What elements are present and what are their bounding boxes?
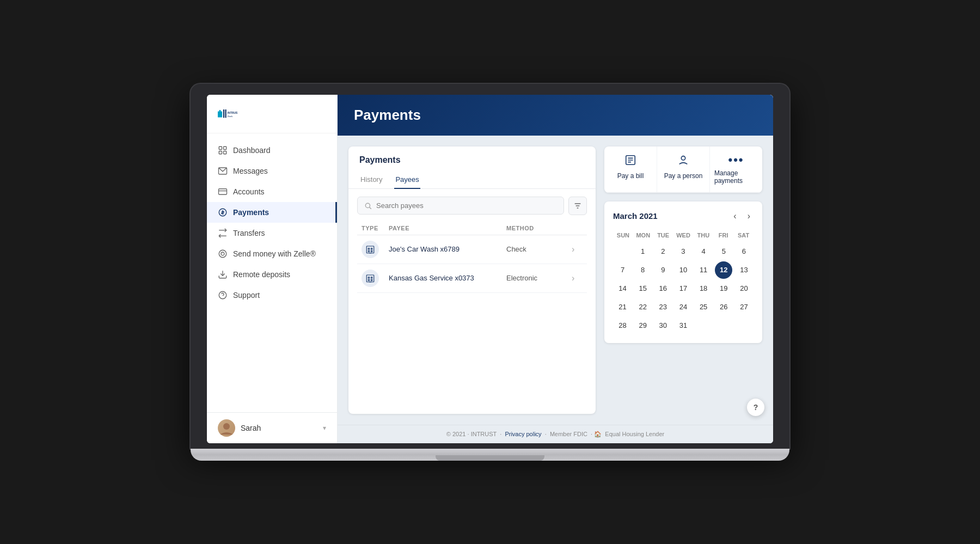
calendar-day[interactable]: 31 [675, 317, 692, 334]
calendar-day[interactable]: 18 [695, 280, 712, 297]
calendar-day[interactable]: 21 [614, 298, 632, 316]
calendar-day[interactable]: 7 [614, 261, 632, 279]
calendar-day[interactable]: 26 [715, 298, 732, 316]
avatar [218, 419, 235, 437]
copyright: © 2021 · INTRUST [446, 431, 497, 437]
download-icon [218, 270, 228, 279]
member-fdic: Member FDIC [550, 431, 587, 437]
page-title: Payments [354, 107, 757, 124]
search-box[interactable] [357, 197, 564, 215]
payee-method: Electronic [506, 274, 572, 282]
calendar-day[interactable]: 13 [735, 261, 752, 279]
sidebar-item-label: Payments [233, 208, 269, 217]
right-panel: Pay a bill Pay a person [604, 146, 762, 414]
sidebar-item-dashboard[interactable]: Dashboard [207, 140, 337, 161]
sidebar-item-transfers[interactable]: Transfers [207, 223, 337, 243]
calendar-month-year: March 2021 [613, 211, 658, 221]
calendar-day[interactable]: 5 [715, 243, 732, 260]
sidebar-item-remote-deposits[interactable]: Remote deposits [207, 264, 337, 285]
calendar-day[interactable]: 19 [715, 280, 732, 297]
day-header-sat: SAT [733, 230, 754, 241]
calendar-day[interactable]: 16 [654, 280, 672, 297]
sidebar-item-payments[interactable]: Payments [207, 202, 337, 223]
calendar-next-button[interactable]: › [744, 210, 754, 222]
calendar-day[interactable]: 27 [735, 298, 752, 316]
calendar-day[interactable]: 3 [675, 243, 692, 260]
screen-footer: © 2021 · INTRUST · Privacy policy · Memb… [338, 425, 773, 443]
calendar-day[interactable]: 24 [675, 298, 692, 316]
bill-icon [624, 154, 636, 166]
day-header-tue: TUE [653, 230, 673, 241]
calendar-day[interactable]: 28 [614, 317, 632, 334]
calendar-day[interactable]: 4 [695, 243, 712, 260]
search-row [357, 197, 587, 215]
calendar-day[interactable]: 6 [735, 243, 752, 260]
search-input[interactable] [376, 201, 557, 210]
panel-title: Payments [359, 155, 585, 165]
bank-logo-icon: INTRUST Bank. [218, 105, 237, 124]
search-icon [364, 202, 372, 210]
manage-payments-label: Manage payments [714, 169, 758, 185]
filter-button[interactable] [568, 197, 587, 215]
payments-panel: Payments History Payees [348, 146, 596, 414]
calendar-day[interactable]: 2 [654, 243, 672, 260]
calendar-day[interactable]: 25 [695, 298, 712, 316]
person-icon [677, 154, 689, 166]
pay-bill-icon [624, 154, 636, 169]
pay-person-button[interactable]: Pay a person [657, 146, 710, 192]
main-content: Payments Payments History Paye [338, 95, 773, 443]
manage-payments-icon: ••• [728, 154, 744, 166]
privacy-policy-link[interactable]: Privacy policy [505, 431, 541, 437]
calendar-day[interactable]: 29 [634, 317, 652, 334]
svg-rect-26 [368, 248, 369, 249]
calendar-day[interactable]: 15 [634, 280, 652, 297]
sidebar-item-zelle[interactable]: Send money with Zelle® [207, 243, 337, 264]
calendar-panel: March 2021 ‹ › SUN MON TUE [604, 201, 762, 343]
calendar-prev-button[interactable]: ‹ [730, 210, 739, 222]
svg-rect-25 [366, 246, 374, 253]
payee-method: Check [506, 245, 572, 253]
svg-text:INTRUST: INTRUST [228, 112, 237, 114]
calendar-day[interactable]: 23 [654, 298, 672, 316]
calendar-day[interactable]: 17 [675, 280, 692, 297]
svg-rect-2 [223, 109, 224, 118]
payee-name: Joe's Car Wash x6789 [389, 245, 506, 253]
sidebar-item-label: Send money with Zelle® [233, 249, 316, 258]
payment-icon [218, 207, 228, 217]
manage-payments-button[interactable]: ••• Manage payments [710, 146, 762, 192]
content-area: Payments History Payees [338, 136, 773, 425]
sidebar-item-label: Messages [233, 167, 268, 175]
day-header-thu: THU [693, 230, 713, 241]
calendar-day[interactable]: 30 [654, 317, 672, 334]
calendar-day[interactable]: 14 [614, 280, 632, 297]
help-button[interactable]: ? [747, 399, 764, 416]
tab-payees[interactable]: Payees [394, 171, 420, 189]
table-row[interactable]: Joe's Car Wash x6789 Check › [357, 235, 587, 264]
sidebar-item-label: Support [233, 291, 260, 299]
calendar-day[interactable]: 20 [735, 280, 752, 297]
mail-icon [218, 166, 228, 176]
sidebar-item-messages[interactable]: Messages [207, 161, 337, 181]
tab-history[interactable]: History [359, 171, 383, 189]
table-row[interactable]: Kansas Gas Service x0373 Electronic › [357, 264, 587, 293]
calendar-day[interactable]: 1 [634, 243, 652, 260]
sidebar-item-label: Dashboard [233, 146, 271, 155]
calendar-day[interactable]: 11 [695, 261, 712, 279]
calendar-day[interactable]: 8 [634, 261, 652, 279]
svg-rect-29 [371, 250, 372, 252]
day-header-sun: SUN [613, 230, 633, 241]
payee-icon [362, 270, 379, 287]
sidebar-item-accounts[interactable]: Accounts [207, 181, 337, 202]
calendar-day[interactable]: 9 [654, 261, 672, 279]
calendar-day[interactable]: 22 [634, 298, 652, 316]
svg-rect-32 [368, 277, 369, 278]
pay-bill-button[interactable]: Pay a bill [604, 146, 657, 192]
user-profile[interactable]: Sarah ▾ [207, 412, 337, 443]
calendar-day[interactable]: 10 [675, 261, 692, 279]
sidebar-item-support[interactable]: Support [207, 285, 337, 305]
card-icon [218, 187, 228, 197]
calendar-day[interactable]: 12 [715, 261, 732, 279]
chevron-right-icon: › [572, 273, 583, 283]
calendar-grid: SUN MON TUE WED THU FRI SAT [613, 230, 754, 334]
svg-rect-35 [371, 279, 372, 280]
